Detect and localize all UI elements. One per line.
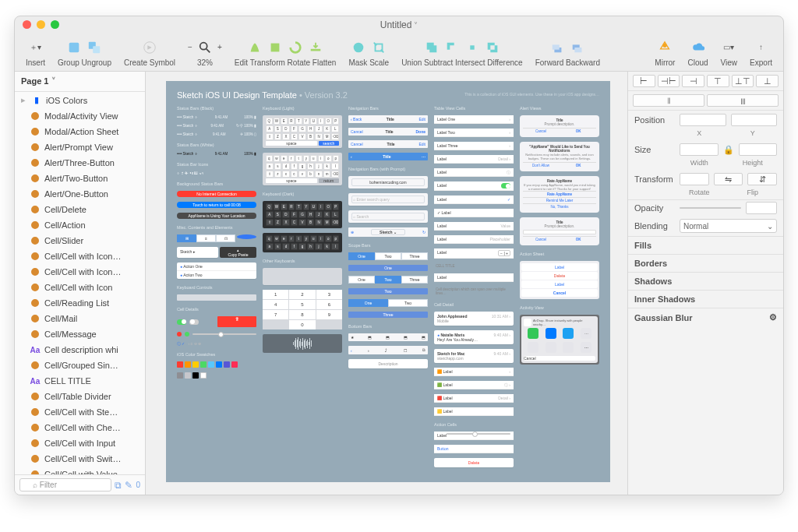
opacity-slider[interactable] [680, 207, 741, 209]
layer-row[interactable]: Cell/Cell with Icon… [15, 264, 145, 280]
flip-h-button[interactable]: ⇋ [714, 173, 743, 185]
flip-v-button[interactable]: ⇵ [747, 173, 777, 185]
layer-row[interactable]: Cell/Slider [15, 233, 145, 248]
svg-point-16 [663, 43, 667, 47]
filter-slice-icon[interactable]: ✎ [125, 480, 132, 491]
layer-row[interactable]: Cell/Table Divider [15, 389, 145, 404]
filter-input[interactable]: ⌕ Filter [19, 478, 111, 491]
filter-pages-icon[interactable]: ⧉ [115, 480, 122, 491]
view-tool[interactable]: ▭▾View [716, 38, 743, 67]
align-controls[interactable]: ⊢⊣⊢⊣⊤⊥⊤⊥ [628, 72, 783, 91]
layer-row[interactable]: AaCELL TITLE [15, 373, 145, 389]
pos-x-input[interactable] [680, 114, 726, 126]
svg-rect-5 [271, 43, 280, 51]
svg-line-4 [207, 48, 210, 52]
ungroup-icon[interactable] [87, 40, 102, 55]
layer-row[interactable]: Cell/Cell with Ste… [15, 404, 145, 420]
fills-section[interactable]: Fills [628, 236, 783, 254]
layer-row[interactable]: Alert/Three-Button [15, 155, 145, 171]
forward-icon[interactable] [549, 40, 565, 55]
intersect-icon[interactable] [464, 40, 480, 55]
rotate-icon[interactable] [288, 40, 303, 55]
layer-row[interactable]: Cell/Cell with Icon [15, 280, 145, 295]
distribute-controls[interactable]: ⫴⫼ [628, 91, 783, 111]
layer-row[interactable]: Cell/Cell with Che… [15, 420, 145, 435]
layer-row[interactable]: Cell/Message [15, 326, 145, 342]
gear-icon[interactable]: ⚙ [769, 312, 777, 322]
zoom-tool[interactable]: −+ 32% [183, 38, 227, 67]
subtract-icon[interactable] [444, 40, 460, 55]
cloud-tool[interactable]: Cloud [683, 38, 712, 67]
layer-row[interactable]: ▸▮iOS Colors [15, 92, 145, 108]
app-window: Untitled ＋▾ Insert Group Ungroup Create … [14, 16, 784, 495]
create-symbol-tool[interactable]: Create Symbol [119, 38, 180, 67]
layer-row[interactable]: Alert/Two-Button [15, 171, 145, 186]
layer-row[interactable]: Alert/One-Button [15, 186, 145, 202]
toolbar: ＋▾ Insert Group Ungroup Create Symbol −+… [15, 33, 783, 71]
pos-y-input[interactable] [731, 114, 778, 126]
layer-row[interactable]: Cell/Grouped Sin… [15, 358, 145, 373]
svg-rect-2 [94, 46, 101, 53]
borders-section[interactable]: Borders [628, 254, 783, 272]
backward-icon[interactable] [570, 40, 585, 55]
svg-rect-6 [311, 48, 321, 51]
layer-row[interactable]: Cell/Cell with Input [15, 435, 145, 451]
canvas[interactable]: Sketch iOS UI Design Template • Version … [146, 71, 627, 495]
traffic-lights [23, 20, 59, 29]
svg-point-7 [354, 42, 364, 52]
shadows-section[interactable]: Shadows [628, 272, 783, 290]
layers-panel: Page 1 ▸▮iOS ColorsModal/Activity ViewMo… [15, 71, 146, 495]
edit-icon[interactable] [247, 40, 263, 55]
layer-list[interactable]: ▸▮iOS ColorsModal/Activity ViewModal/Act… [15, 92, 145, 474]
titlebar: Untitled [15, 16, 783, 33]
artboard[interactable]: Sketch iOS UI Design Template • Version … [166, 81, 610, 482]
layer-row[interactable]: Modal/Action Sheet [15, 124, 145, 139]
width-input[interactable] [680, 143, 719, 156]
layer-row[interactable]: Cell/Cell with Icon… [15, 248, 145, 264]
export-tool[interactable]: ↑Export [745, 38, 777, 67]
union-icon[interactable] [424, 40, 440, 55]
close-window-button[interactable] [23, 20, 31, 29]
blending-select[interactable]: Normal⌄ [680, 219, 777, 233]
height-input[interactable] [739, 143, 778, 156]
layer-row[interactable]: AaCell description whi [15, 342, 145, 358]
layer-row[interactable]: Modal/Activity View [15, 108, 145, 124]
layer-row[interactable]: Cell/Action [15, 217, 145, 233]
group-icon[interactable] [66, 40, 82, 55]
window-title[interactable]: Untitled [380, 19, 418, 30]
page-selector[interactable]: Page 1 [15, 72, 145, 92]
inspector-panel: ⊢⊣⊢⊣⊤⊥⊤⊥ ⫴⫼ Position XY Size🔒 WidthHeigh… [627, 71, 783, 495]
svg-rect-15 [575, 48, 582, 52]
svg-rect-10 [429, 45, 436, 52]
scale-icon[interactable] [371, 40, 387, 55]
insert-tool[interactable]: ＋▾ Insert [21, 38, 50, 67]
layer-row[interactable]: Cell/Mail [15, 311, 145, 326]
layer-row[interactable]: Cell/Cell with Swit… [15, 451, 145, 467]
svg-rect-11 [470, 45, 474, 49]
mask-icon[interactable] [351, 40, 366, 55]
rotate-input[interactable] [680, 173, 709, 185]
layer-row[interactable]: Cell/Delete [15, 202, 145, 217]
opacity-input[interactable] [746, 202, 777, 214]
difference-icon[interactable] [485, 40, 500, 55]
flatten-icon[interactable] [308, 40, 323, 55]
layer-row[interactable]: Cell/Cell with Value [15, 467, 145, 474]
gaussian-blur-section[interactable]: Gaussian Blur⚙ [628, 308, 783, 326]
mirror-tool[interactable]: Mirror [650, 38, 680, 67]
layer-row[interactable]: Cell/Reading List [15, 295, 145, 311]
zoom-window-button[interactable] [51, 20, 59, 29]
minimize-window-button[interactable] [37, 20, 45, 29]
lock-icon[interactable]: 🔒 [723, 145, 734, 155]
svg-point-3 [200, 42, 207, 49]
svg-rect-0 [69, 42, 79, 52]
layer-row[interactable]: Alert/Prompt View [15, 139, 145, 155]
transform-icon[interactable] [267, 40, 283, 55]
svg-rect-13 [553, 44, 560, 49]
inner-shadows-section[interactable]: Inner Shadows [628, 290, 783, 308]
